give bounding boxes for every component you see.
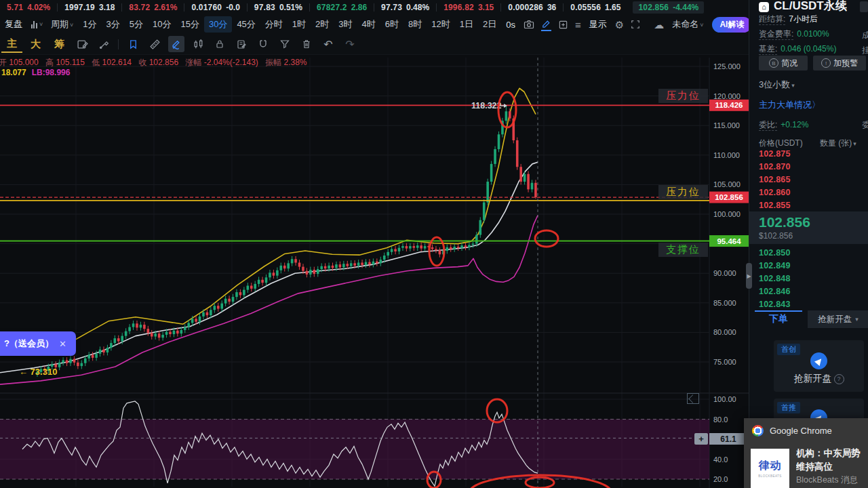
profile-button[interactable]: B简况 bbox=[759, 56, 808, 70]
timeframe-5分[interactable]: 5分 bbox=[125, 16, 148, 33]
lock-icon[interactable] bbox=[212, 36, 228, 52]
workspace-name[interactable]: 未命名˅ bbox=[667, 16, 708, 33]
home-icon[interactable]: ⌂ bbox=[759, 2, 769, 12]
expand-pane-icon[interactable] bbox=[687, 393, 699, 404]
bid-row[interactable]: 102.850 bbox=[759, 248, 791, 258]
ruler-icon[interactable] bbox=[146, 36, 163, 52]
ticker-item[interactable]: 97.830.51% bbox=[248, 3, 309, 12]
swing-low-label: ← 73.310 bbox=[19, 367, 57, 377]
period-dropdown[interactable]: 周期˅ bbox=[46, 16, 78, 33]
ticker-item[interactable]: 0.00028636 bbox=[501, 3, 563, 12]
timeframe-45分[interactable]: 45分 bbox=[232, 16, 260, 33]
tab-rush-open[interactable]: 抢新开盘▾ bbox=[808, 310, 868, 328]
undo-icon[interactable]: ↶ bbox=[320, 36, 336, 52]
compare-icon[interactable] bbox=[558, 18, 568, 30]
cloud-icon[interactable]: ☁ bbox=[654, 18, 664, 30]
last-price-block[interactable]: 102.856 $102.856 bbox=[749, 211, 868, 244]
timeframe-10分[interactable]: 10分 bbox=[148, 16, 176, 33]
ticker-item[interactable]: 1996.823.15 bbox=[437, 3, 500, 12]
ai-analysis-button[interactable]: AI解读 bbox=[712, 17, 751, 33]
promo-banner[interactable]: ?（送会员） ✕ bbox=[0, 331, 76, 356]
price-chart[interactable]: 125.000120.000115.000110.000105.000100.0… bbox=[0, 0, 749, 488]
resistance-label-top[interactable]: 压力位 bbox=[658, 89, 708, 103]
trash-icon[interactable] bbox=[298, 36, 315, 52]
replay-button[interactable]: 复盘 bbox=[0, 16, 27, 33]
boll-readout: 18.077LB:98.996 bbox=[1, 68, 70, 77]
list-icon[interactable]: ≡ bbox=[575, 18, 581, 30]
timeframe-3分[interactable]: 3分 bbox=[102, 16, 125, 33]
seconds-toggle[interactable]: 0s bbox=[501, 18, 520, 32]
timeframe-15分[interactable]: 15分 bbox=[176, 16, 203, 33]
chrome-notification[interactable]: Google Chrome 律动 BLOCKBEATS 机构：中东局势 维持高位… bbox=[744, 418, 868, 488]
template-icon[interactable] bbox=[233, 36, 250, 52]
ohlc-readout: 开 105.000 高 105.115 低 102.614 收 102.856 … bbox=[0, 57, 307, 68]
bid-row[interactable]: 102.849 bbox=[759, 261, 791, 270]
timeframe-2时[interactable]: 2时 bbox=[311, 16, 334, 33]
brush-icon[interactable] bbox=[96, 36, 112, 52]
svg-text:100.000: 100.000 bbox=[713, 210, 741, 218]
timeframe-4时[interactable]: 4时 bbox=[357, 16, 380, 33]
help-icon[interactable]: ? bbox=[834, 374, 844, 384]
svg-text:75.000: 75.000 bbox=[713, 358, 736, 366]
ticker-item[interactable]: 1997.193.18 bbox=[58, 3, 121, 12]
info-circle-icon: B bbox=[769, 58, 778, 68]
big-orders-link[interactable]: 主力大单情况〉 bbox=[759, 99, 821, 111]
qty-unit-dropdown[interactable]: ▾ bbox=[853, 140, 856, 147]
filter-icon[interactable] bbox=[277, 36, 293, 52]
ask-row[interactable]: 102.870 bbox=[759, 162, 791, 171]
tab-chips[interactable]: 筹 bbox=[49, 37, 70, 52]
timeframe-3时[interactable]: 3时 bbox=[334, 16, 357, 33]
clipped-control[interactable] bbox=[860, 1, 868, 12]
settings-gear-icon[interactable]: ⚙ bbox=[615, 18, 624, 30]
ask-row[interactable]: 102.865 bbox=[759, 175, 791, 184]
timeframe-1时[interactable]: 1时 bbox=[288, 16, 311, 33]
timeframe-1分[interactable]: 1分 bbox=[78, 16, 101, 33]
chart-style-icon[interactable]: ˅ bbox=[31, 18, 43, 30]
magnet-icon[interactable] bbox=[255, 36, 271, 52]
rush-open-card[interactable]: 首创 抢新开盘? bbox=[774, 340, 864, 392]
ticker-item[interactable]: 83.722.61% bbox=[122, 3, 184, 12]
orderbook-header: 价格(USDT) 数量 (张)▾ bbox=[759, 138, 856, 149]
display-button[interactable]: 显示 bbox=[585, 16, 612, 33]
ask-row[interactable]: 102.860 bbox=[759, 188, 791, 197]
ticker-item[interactable]: 0.055561.65 bbox=[564, 3, 627, 12]
pattern-icon[interactable] bbox=[190, 36, 206, 52]
ticker-item[interactable]: 97.730.48% bbox=[374, 3, 436, 12]
timeframe-2日[interactable]: 2日 bbox=[478, 16, 501, 33]
support-label[interactable]: 支撑位 bbox=[658, 243, 708, 257]
draw-pencil-icon[interactable] bbox=[541, 18, 551, 31]
decimals-dropdown[interactable]: 3位小数▾ bbox=[759, 79, 795, 91]
trading-app: 125.000120.000115.000110.000105.000100.0… bbox=[0, 0, 868, 488]
timeframe-30分[interactable]: 30分 bbox=[204, 16, 232, 33]
ticker-item[interactable]: 5.714.02% bbox=[0, 3, 57, 12]
timeframe-12时[interactable]: 12时 bbox=[427, 16, 454, 33]
redo-icon[interactable]: ↷ bbox=[342, 36, 358, 52]
ticker-item[interactable]: 67827.22.86 bbox=[310, 3, 374, 12]
tab-place-order[interactable]: 下单 bbox=[749, 310, 808, 328]
tab-big-chart[interactable]: 大 bbox=[25, 37, 46, 52]
bookmark-icon[interactable] bbox=[125, 36, 141, 52]
timeframe-8时[interactable]: 8时 bbox=[403, 16, 427, 33]
close-icon[interactable]: ✕ bbox=[59, 339, 66, 349]
plus-handle-icon[interactable]: + bbox=[694, 433, 708, 445]
timeframe-6时[interactable]: 6时 bbox=[380, 16, 403, 33]
panel-collapse-handle[interactable]: ▶ bbox=[746, 263, 752, 289]
bid-row[interactable]: 102.848 bbox=[759, 274, 791, 283]
ticker-item[interactable]: 0.01760-0.0 bbox=[184, 3, 246, 12]
camera-icon[interactable] bbox=[524, 18, 534, 30]
resistance-label-mid[interactable]: 压力位 bbox=[658, 185, 708, 199]
timeframe-1日[interactable]: 1日 bbox=[455, 16, 478, 33]
ticker-item[interactable]: 102.856-4.44% bbox=[633, 1, 704, 14]
add-alert-button[interactable]: !加预警 bbox=[813, 56, 866, 70]
tab-main-chart[interactable]: 主 bbox=[1, 36, 22, 53]
bid-row[interactable]: 102.843 bbox=[759, 300, 791, 309]
timeframe-分时[interactable]: 分时 bbox=[260, 16, 288, 33]
pencil-wave-tool-icon[interactable] bbox=[168, 36, 184, 52]
last-price-usd: $102.856 bbox=[759, 231, 793, 241]
basis-row: 基差:0.046 (0.045%) bbox=[759, 43, 836, 55]
note-icon[interactable] bbox=[74, 36, 90, 52]
ask-row[interactable]: 102.855 bbox=[759, 201, 791, 210]
bid-row[interactable]: 102.846 bbox=[759, 287, 791, 296]
ask-row[interactable]: 102.875 bbox=[759, 149, 791, 159]
fullscreen-icon[interactable] bbox=[631, 18, 640, 30]
